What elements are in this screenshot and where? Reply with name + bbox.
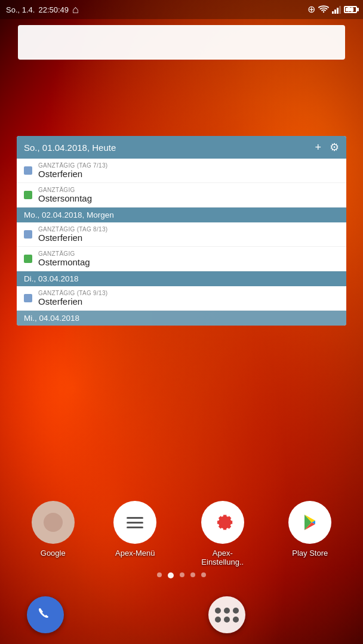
time-text: 22:50:49 [38, 5, 69, 14]
drawer-dot-4 [215, 617, 221, 623]
hamburger-icon [127, 517, 143, 528]
calendar-cutoff: Mi., 04.04.2018 [17, 311, 346, 326]
search-bar[interactable] [18, 25, 345, 60]
event-title-5: Osterferien [38, 296, 107, 306]
event-row-1[interactable]: GANZTÄGIG (TAG 7/13) Osterferien [17, 159, 346, 183]
play-store-label: Play Store [292, 549, 328, 558]
event-label-2: GANZTÄGIG [38, 187, 92, 193]
apps-row: Google Apex-Menü Apex-Einstellung.. [0, 501, 363, 566]
gear-icon [212, 512, 233, 533]
app-apex-menu[interactable]: Apex-Menü [113, 501, 156, 558]
status-left: So., 1.4. 22:50:49 ⌂ [6, 4, 307, 16]
apex-menu-icon [113, 501, 156, 544]
event-dot-5 [24, 294, 32, 302]
home-icon: ⌂ [72, 4, 79, 16]
event-content-3: GANZTÄGIG (TAG 8/13) Osterferien [38, 226, 107, 243]
add-icon: ⊕ [307, 5, 315, 14]
event-row-3[interactable]: GANZTÄGIG (TAG 8/13) Osterferien [17, 222, 346, 247]
calendar-section-monday: Mo., 02.04.2018, Morgen [17, 208, 346, 222]
event-row-4[interactable]: GANZTÄGIG Ostermontag [17, 247, 346, 271]
status-bar: So., 1.4. 22:50:49 ⌂ ⊕ 79 [0, 0, 363, 19]
event-dot-1 [24, 166, 32, 175]
apex-menu-label: Apex-Menü [115, 549, 155, 558]
status-right: ⊕ 79 [307, 5, 357, 14]
event-title-2: Ostersonntag [38, 193, 92, 203]
event-label-1: GANZTÄGIG (TAG 7/13) [38, 162, 107, 169]
carrier-text: So., 1.4. [6, 5, 35, 14]
page-dot-2[interactable] [180, 572, 184, 577]
page-dot-4[interactable] [201, 572, 206, 577]
event-title-4: Ostermontag [38, 257, 90, 267]
signal-bar-2 [334, 10, 336, 14]
calendar-settings-icon[interactable]: ⚙ [330, 141, 339, 154]
signal-bars [332, 5, 341, 14]
event-title-1: Osterferien [38, 169, 107, 179]
calendar-section-tuesday: Di., 03.04.2018 [17, 271, 346, 286]
app-apex-settings[interactable]: Apex-Einstellung.. [196, 501, 250, 566]
event-dot-4 [24, 255, 32, 263]
page-dot-1[interactable] [168, 572, 174, 578]
event-content-5: GANZTÄGIG (TAG 9/13) Osterferien [38, 290, 107, 306]
event-dot-3 [24, 230, 32, 239]
page-dot-0[interactable] [157, 572, 162, 577]
calendar-widget: So., 01.04.2018, Heute + ⚙ GANZTÄGIG (TA… [17, 136, 346, 326]
event-row-5[interactable]: GANZTÄGIG (TAG 9/13) Osterferien [17, 286, 346, 311]
bottom-dock [0, 596, 363, 633]
drawer-dot-5 [224, 617, 230, 623]
phone-button[interactable] [27, 596, 64, 633]
drawer-dots-grid [215, 608, 239, 623]
event-title-3: Osterferien [38, 233, 107, 243]
calendar-header: So., 01.04.2018, Heute + ⚙ [17, 136, 346, 159]
event-label-4: GANZTÄGIG [38, 250, 90, 257]
event-label-5: GANZTÄGIG (TAG 9/13) [38, 290, 107, 296]
google-logo [42, 512, 64, 533]
app-google[interactable]: Google [32, 501, 75, 558]
event-content-2: GANZTÄGIG Ostersonntag [38, 187, 92, 203]
drawer-dot-6 [233, 617, 239, 623]
calendar-header-title: So., 01.04.2018, Heute [24, 143, 116, 153]
event-row-2[interactable]: GANZTÄGIG Ostersonntag [17, 183, 346, 208]
drawer-dot-1 [215, 608, 221, 614]
google-label: Google [41, 549, 66, 558]
battery-text: 79 [347, 7, 353, 13]
signal-bar-1 [332, 11, 334, 14]
drawer-dot-3 [233, 608, 239, 614]
wifi-icon [318, 5, 329, 14]
calendar-header-icons: + ⚙ [315, 141, 339, 154]
signal-bar-4 [339, 6, 341, 14]
event-content-1: GANZTÄGIG (TAG 7/13) Osterferien [38, 162, 107, 179]
event-dot-2 [24, 191, 32, 199]
calendar-add-icon[interactable]: + [315, 141, 321, 154]
event-label-3: GANZTÄGIG (TAG 8/13) [38, 226, 107, 233]
phone-icon [36, 606, 54, 624]
battery-icon: 79 [344, 6, 357, 13]
play-store-logo [299, 511, 321, 534]
play-store-icon [288, 501, 331, 544]
apex-settings-label: Apex-Einstellung.. [196, 549, 250, 566]
drawer-dot-2 [224, 608, 230, 614]
page-dot-3[interactable] [190, 572, 195, 577]
app-play-store[interactable]: Play Store [288, 501, 331, 558]
apex-settings-icon [201, 501, 244, 544]
google-icon [32, 501, 75, 544]
app-drawer-button[interactable] [208, 596, 245, 633]
page-dots [0, 572, 363, 578]
svg-point-0 [44, 513, 63, 532]
signal-bar-3 [337, 8, 339, 14]
event-content-4: GANZTÄGIG Ostermontag [38, 250, 90, 267]
